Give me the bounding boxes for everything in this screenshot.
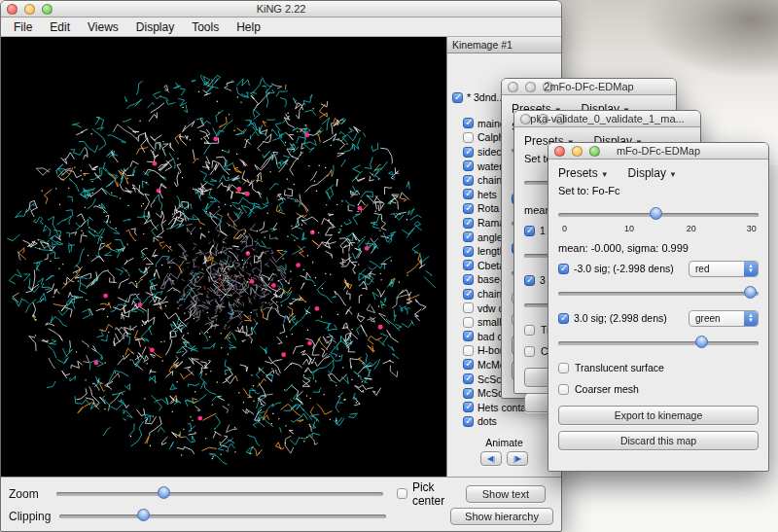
neg-color-select[interactable]: red▲▼ xyxy=(689,261,759,277)
pick-center-row: Pick center xyxy=(397,480,466,508)
animate-prev-button[interactable]: ◀| xyxy=(480,451,502,466)
checkbox[interactable] xyxy=(463,274,474,285)
export-to-kinemage-button[interactable]: Export to kinemage xyxy=(558,406,759,425)
kinemage-item-label: hets xyxy=(477,189,497,200)
menu-views[interactable]: Views xyxy=(79,20,127,34)
slider-thumb[interactable] xyxy=(744,286,757,299)
slider-track[interactable] xyxy=(558,341,759,345)
zoom-label: Zoom xyxy=(9,487,56,501)
animate-next-button[interactable]: |▶ xyxy=(507,451,528,466)
kinemage-item-label: dots xyxy=(477,415,497,427)
king-main-window: KiNG 2.22 FileEditViewsDisplayToolsHelp … xyxy=(0,0,562,532)
titlebar-2mfo[interactable]: 2mFo-DFc-EDMap xyxy=(502,79,676,95)
molecular-viewport[interactable] xyxy=(1,37,446,477)
stepper-arrows-icon: ▲▼ xyxy=(744,262,758,276)
window-title: pka-validate_0_validate_1_ma... xyxy=(514,113,700,124)
neg-contour-checkbox[interactable] xyxy=(524,226,535,236)
neg-contour-label: -3.0 sig; (-2.998 dens) xyxy=(574,263,684,274)
checkbox[interactable] xyxy=(463,203,474,214)
checkbox[interactable] xyxy=(463,388,474,399)
content-row: Kinemage #1 * 3dnd...mainchainCalphassid… xyxy=(1,37,561,477)
checkbox[interactable] xyxy=(463,373,474,384)
desktop: KiNG 2.22 FileEditViewsDisplayToolsHelp … xyxy=(0,0,778,532)
presets-menu[interactable]: Presets▼ xyxy=(558,166,609,180)
checkbox[interactable] xyxy=(463,302,474,313)
checkbox[interactable] xyxy=(463,331,474,341)
clipping-slider[interactable] xyxy=(59,509,386,523)
slider-track[interactable] xyxy=(558,292,759,296)
neg-level-slider[interactable] xyxy=(558,286,759,301)
translucent-label: Translucent surface xyxy=(575,362,664,373)
checkbox[interactable] xyxy=(463,160,474,171)
clipping-label: Clipping xyxy=(9,510,59,523)
titlebar-pka[interactable]: pka-validate_0_validate_1_ma... xyxy=(514,111,700,127)
pick-center-label: Pick center xyxy=(412,480,466,508)
coarser-label: Coarser mesh xyxy=(575,383,639,395)
menu-display[interactable]: Display xyxy=(127,20,183,34)
zoom-slider-track[interactable] xyxy=(56,492,383,496)
map-stats: mean: -0.000, sigma: 0.999 xyxy=(558,242,759,254)
coarser-checkbox[interactable] xyxy=(524,346,535,357)
checkbox[interactable] xyxy=(463,132,474,143)
checkbox[interactable] xyxy=(463,289,474,300)
checkbox[interactable] xyxy=(463,416,474,427)
checkbox[interactable] xyxy=(463,175,474,186)
menu-help[interactable]: Help xyxy=(228,20,269,34)
edmap-window-mfo: mFo-DFc-EDMap Presets▼ Display▼ Set to: … xyxy=(548,142,769,472)
chevron-down-icon: ▼ xyxy=(601,170,609,179)
discard-map-button[interactable]: Discard this map xyxy=(558,431,759,450)
checkbox[interactable] xyxy=(463,231,474,242)
main-titlebar[interactable]: KiNG 2.22 xyxy=(1,1,561,18)
level-slider[interactable] xyxy=(558,207,759,222)
window-title: 2mFo-DFc-EDMap xyxy=(502,81,676,92)
checkbox[interactable] xyxy=(452,92,463,103)
clipping-slider-track[interactable] xyxy=(59,514,386,518)
pick-center-checkbox[interactable] xyxy=(397,488,407,499)
set-to-label: Set to: Fo-Fc xyxy=(558,185,759,196)
checkbox[interactable] xyxy=(463,218,474,229)
checkbox[interactable] xyxy=(463,147,474,158)
pos-contour-checkbox[interactable] xyxy=(524,275,535,286)
bottom-panel: Zoom Pick center Show text Clipping xyxy=(1,477,561,530)
clipping-slider-thumb[interactable] xyxy=(137,509,150,521)
window-title: mFo-DFc-EDMap xyxy=(548,145,768,157)
slider-thumb[interactable] xyxy=(650,207,662,220)
checkbox[interactable] xyxy=(463,260,474,270)
display-menu[interactable]: Display▼ xyxy=(628,166,677,180)
translucent-checkbox[interactable] xyxy=(558,363,569,373)
checkbox[interactable] xyxy=(463,345,474,356)
zoom-slider-thumb[interactable] xyxy=(158,486,170,499)
checkbox[interactable] xyxy=(463,359,474,370)
animate-box: Animate ◀| |▶ xyxy=(447,437,561,466)
kinemage-item-label: * 3dnd... xyxy=(467,91,505,103)
chevron-down-icon: ▼ xyxy=(669,170,677,179)
menu-bar: FileEditViewsDisplayToolsHelp xyxy=(1,18,561,37)
pos-contour-checkbox[interactable] xyxy=(558,313,569,324)
checkbox[interactable] xyxy=(463,317,474,328)
checkbox[interactable] xyxy=(463,118,474,128)
show-hierarchy-button[interactable]: Show hierarchy xyxy=(450,508,553,525)
menu-file[interactable]: File xyxy=(5,20,41,34)
translucent-checkbox[interactable] xyxy=(524,325,535,336)
titlebar-mfo[interactable]: mFo-DFc-EDMap xyxy=(548,143,768,160)
window-title: KiNG 2.22 xyxy=(1,3,561,15)
neg-contour-checkbox[interactable] xyxy=(558,264,569,274)
slider-tick-labels: 0 10 20 30 xyxy=(558,224,759,234)
checkbox[interactable] xyxy=(463,402,474,412)
zoom-slider[interactable] xyxy=(56,486,383,501)
slider-thumb[interactable] xyxy=(695,336,708,348)
menu-tools[interactable]: Tools xyxy=(183,20,228,34)
show-text-button[interactable]: Show text xyxy=(466,485,546,503)
checkbox[interactable] xyxy=(463,246,474,257)
stepper-arrows-icon: ▲▼ xyxy=(744,311,758,326)
menu-edit[interactable]: Edit xyxy=(41,20,79,34)
pos-color-select[interactable]: green▲▼ xyxy=(689,310,759,327)
pos-level-slider[interactable] xyxy=(558,336,759,350)
checkbox[interactable] xyxy=(463,189,474,199)
coarser-checkbox[interactable] xyxy=(558,384,569,395)
pos-contour-label: 3.0 sig; (2.998 dens) xyxy=(574,312,684,324)
kinemage-panel-title: Kinemage #1 xyxy=(447,37,561,53)
animate-label: Animate xyxy=(447,437,561,448)
